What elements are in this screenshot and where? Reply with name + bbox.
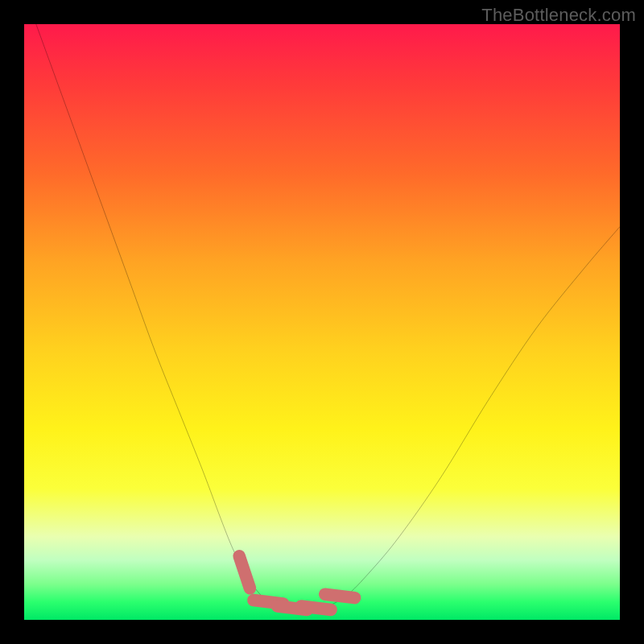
optimal-range-right-marker — [325, 594, 355, 597]
optimal-range-bottom-3 — [301, 606, 331, 609]
curve-layer — [24, 24, 620, 620]
watermark-text: TheBottleneck.com — [481, 5, 636, 26]
bottleneck-curve — [36, 24, 620, 609]
optimal-range-left-marker — [239, 556, 250, 588]
chart-frame: TheBottleneck.com — [0, 0, 644, 644]
optimal-range-markers — [239, 556, 355, 610]
plot-area — [24, 24, 620, 620]
